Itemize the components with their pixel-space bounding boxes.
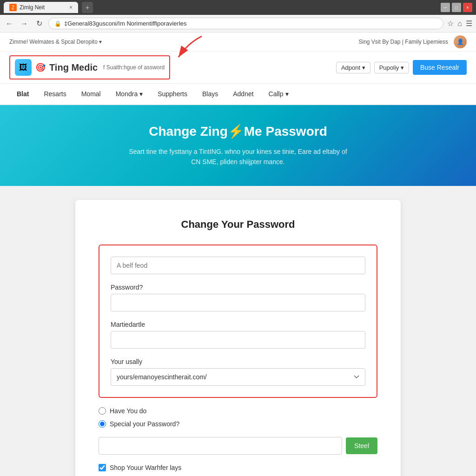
home-icon[interactable]: ⌂: [457, 20, 462, 28]
radio-input-2[interactable]: [99, 420, 106, 428]
nav-item-momal[interactable]: Momal: [74, 84, 108, 104]
hero-title: Change Zing⚡Me Password: [9, 124, 467, 139]
nav-item-blays[interactable]: Blays: [195, 84, 225, 104]
hero-section: Change Zing⚡Me Password Seart tine the f…: [0, 105, 476, 186]
checkbox-label: Shop Youur Warhfer lays: [110, 464, 181, 471]
maximize-button[interactable]: □: [452, 3, 461, 12]
select-label: Your usally: [111, 358, 365, 365]
field1-input[interactable]: [111, 257, 365, 274]
target-icon: 🎯: [35, 62, 46, 73]
form-group-select: Your usally yours/emanoyescintherait.com…: [111, 358, 365, 386]
form-group-field1: [111, 257, 365, 274]
bookmark-icon[interactable]: ☆: [447, 19, 454, 28]
site-header-right: Sing Vsit By Dap | Family Lipemiess 👤: [358, 35, 467, 48]
form-group-password: Password?: [111, 284, 365, 311]
logo-subtitle: f Sualth:hgue of assword: [103, 64, 165, 71]
form-group-martiedartle: Martiedartle: [111, 321, 365, 349]
site-header-left[interactable]: Zimme! Welmates & Spcal Deropito ▾: [9, 39, 102, 45]
password-label: Password?: [111, 284, 365, 291]
browser-toolbar: ← → ↻ 🔒 ‡General83gusconi/Im Norimentiff…: [0, 15, 476, 33]
radio-label-1: Have You do: [110, 407, 146, 415]
forward-button[interactable]: →: [19, 18, 30, 29]
window-controls: ─ □ ×: [441, 3, 472, 12]
refresh-button[interactable]: ↻: [33, 18, 45, 29]
browser-favicon: Z: [9, 4, 17, 11]
martiedartle-label: Martiedartle: [111, 321, 365, 328]
form-title: Change Your Password: [99, 218, 377, 231]
close-button[interactable]: ×: [463, 3, 472, 12]
nav-item-callp[interactable]: Callp ▾: [261, 84, 296, 104]
radio-label-2: Special your Password?: [110, 420, 179, 428]
logo-icon: 🖼: [15, 59, 32, 76]
search-row: Steel: [99, 437, 377, 455]
radio-input-1[interactable]: [99, 407, 106, 415]
password-input[interactable]: [111, 294, 365, 311]
browser-titlebar: Z Zimlg Neit × + ─ □ ×: [0, 0, 476, 15]
header-right-text: Sing Vsit By Dap | Family Lipemiess: [358, 39, 448, 45]
browser-tab[interactable]: Z Zimlg Neit ×: [4, 2, 78, 13]
logo-area: 🖼 🎯 Ting Medic f Sualth:hgue of assword: [9, 55, 170, 79]
martiedartle-input[interactable]: [111, 331, 365, 349]
form-bordered-group: Password? Martiedartle Your usally yours…: [99, 245, 377, 398]
nav-item-addnet[interactable]: Addnet: [225, 84, 261, 104]
form-section: Change Your Password Password? Martiedar…: [0, 186, 476, 476]
address-bar[interactable]: 🔒 ‡General83gusconi/Im Norimentiffiporav…: [48, 18, 443, 29]
pupoliy-dropdown[interactable]: Pupoliy ▾: [374, 62, 409, 73]
search-input[interactable]: [99, 437, 342, 455]
minimize-button[interactable]: ─: [441, 3, 450, 12]
logo-name: Ting Medic: [49, 62, 98, 73]
menu-icon[interactable]: ☰: [466, 19, 472, 28]
tab-title: Zimlg Neit: [20, 4, 45, 11]
site-header-top: Zimme! Welmates & Spcal Deropito ▾ Sing …: [0, 33, 476, 52]
adpont-dropdown[interactable]: Adpont ▾: [336, 62, 370, 73]
radio-item-1[interactable]: Have You do: [99, 407, 377, 415]
radio-group: Have You do Special your Password?: [99, 407, 377, 428]
user-avatar[interactable]: 👤: [454, 35, 467, 48]
new-tab-button[interactable]: +: [82, 2, 93, 13]
tab-close-button[interactable]: ×: [69, 4, 73, 11]
nav-item-blat[interactable]: Blat: [9, 84, 36, 104]
nav-item-mondra[interactable]: Mondra ▾: [108, 84, 150, 104]
toolbar-right: ☆ ⌂ ☰: [447, 19, 472, 28]
checkbox-input[interactable]: [99, 464, 106, 471]
radio-item-2[interactable]: Special your Password?: [99, 420, 377, 428]
site-navigation: Blat Resarts Momal Mondra ▾ Suppherts Bl…: [0, 84, 476, 105]
hero-subtitle: Seart tine the fysttany a TintING. whno …: [126, 146, 350, 167]
logo-bar-right: Adpont ▾ Pupoliy ▾ Buse Resealr: [336, 60, 467, 75]
reset-button[interactable]: Buse Resealr: [413, 60, 467, 75]
nav-item-suppherts[interactable]: Suppherts: [150, 84, 195, 104]
usally-select[interactable]: yours/emanoyescintherait.com/: [111, 368, 365, 386]
security-icon: 🔒: [54, 20, 61, 27]
form-card: Change Your Password Password? Martiedar…: [75, 200, 401, 476]
search-button[interactable]: Steel: [346, 437, 377, 454]
checkbox-item: Shop Youur Warhfer lays: [99, 464, 377, 471]
nav-item-resarts[interactable]: Resarts: [36, 84, 73, 104]
back-button[interactable]: ←: [4, 18, 15, 29]
logo-bar: 🖼 🎯 Ting Medic f Sualth:hgue of assword …: [0, 52, 476, 84]
address-text: ‡General83gusconi/Im Norimentiffiporavie…: [64, 20, 187, 27]
